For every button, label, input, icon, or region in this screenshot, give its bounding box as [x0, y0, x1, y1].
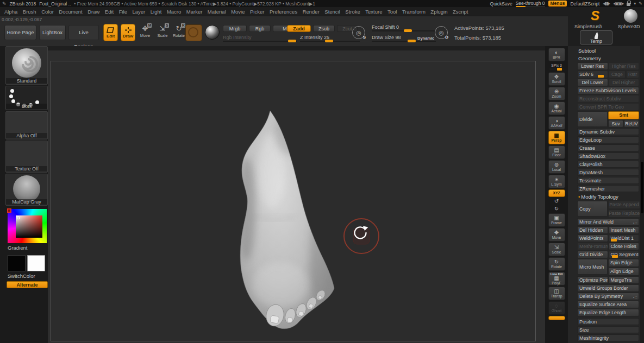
- shelf-btn-local[interactable]: ⊚ Local: [548, 160, 565, 174]
- zadd-button[interactable]: Zadd: [287, 25, 311, 32]
- menu-item-color[interactable]: Color: [41, 9, 54, 15]
- divide-button[interactable]: Divide: [577, 111, 608, 127]
- shelf-btn-scroll[interactable]: ✥ Scroll: [548, 72, 565, 86]
- align-edge-button[interactable]: Align Edge: [608, 268, 639, 276]
- unweld-groups-border-button[interactable]: Unweld Groups Border: [577, 284, 639, 292]
- temp-tool-thumbnail[interactable]: Temp: [580, 30, 612, 45]
- gd-segments-slider[interactable]: GD Segments 3: [609, 251, 640, 258]
- menu-item-edit[interactable]: Edit: [105, 9, 114, 15]
- higher-res-button[interactable]: Higher Res: [609, 62, 640, 70]
- sphere3d-thumbnail[interactable]: [624, 9, 637, 23]
- zsub-button[interactable]: Zsub: [313, 25, 335, 32]
- document-canvas[interactable]: [48, 46, 545, 343]
- panel-scrollbar-thumb[interactable]: [641, 162, 643, 213]
- focal-shift-slider[interactable]: Focal Shift 0: [372, 24, 436, 31]
- viewport[interactable]: [48, 46, 545, 343]
- menu-item-stroke[interactable]: Stroke: [345, 9, 360, 15]
- mergetris-button[interactable]: MergeTris: [609, 276, 640, 284]
- paste-replace-button[interactable]: Paste Replace: [608, 209, 640, 218]
- menu-item-material[interactable]: Material: [208, 9, 226, 15]
- menu-item-movie[interactable]: Movie: [231, 9, 245, 15]
- rgb-button[interactable]: Rgb: [249, 25, 271, 32]
- del-lower-button[interactable]: Del Lower: [577, 79, 608, 86]
- menu-item-zscript[interactable]: Zscript: [453, 9, 468, 15]
- menu-item-layer[interactable]: Layer: [133, 9, 146, 15]
- shelf-btn-xyz[interactable]: XYZ: [548, 189, 565, 197]
- menu-item-render[interactable]: Render: [303, 9, 320, 15]
- dynamic-label[interactable]: Dynamic: [417, 36, 434, 41]
- insert-mesh-button[interactable]: Insert Mesh: [609, 226, 640, 234]
- menu-item-file[interactable]: File: [119, 9, 127, 15]
- geometry-section-header[interactable]: Geometry: [577, 55, 640, 62]
- copy-doc-icon[interactable]: ◂▣▣▸: [613, 1, 623, 6]
- shelf-btn-bpr[interactable]: ◐ BPR: [548, 48, 565, 61]
- del-hidden-button[interactable]: Del Hidden: [577, 226, 608, 234]
- mrgb-button[interactable]: Mrgb: [223, 25, 247, 32]
- shelf-btn-aahalf[interactable]: ◑ AAHalf: [548, 116, 565, 130]
- menu-item-transform[interactable]: Transform: [402, 9, 426, 15]
- grid-divide-button[interactable]: Grid Divide: [577, 251, 608, 258]
- smt-button[interactable]: Smt: [608, 111, 639, 119]
- lightbox-button[interactable]: LightBox: [39, 25, 66, 40]
- menu-item-tool[interactable]: Tool: [387, 9, 397, 15]
- draw-size-dynamic-icon[interactable]: ◎D: [435, 26, 448, 39]
- spix-slider-track[interactable]: [549, 68, 564, 70]
- micro-mesh-button[interactable]: Micro Mesh: [577, 259, 608, 275]
- texture-thumbnail[interactable]: Texture Off: [5, 141, 48, 173]
- menu-item-stencil[interactable]: Stencil: [324, 9, 340, 15]
- alpha-thumbnail[interactable]: Alpha Off: [5, 111, 48, 139]
- shelf-btn-frame[interactable]: ▣ Frame: [548, 213, 565, 227]
- shelf-btn-polyf[interactable]: Line Fill ▦ PolyF: [548, 272, 565, 285]
- material-thumbnail-matcap[interactable]: MatCap Gray: [5, 174, 48, 206]
- menu-item-document[interactable]: Document: [59, 9, 82, 15]
- meshfrombrush-button[interactable]: MeshFromBrush: [577, 243, 608, 250]
- brush-thumbnail-standard[interactable]: Standard: [5, 46, 48, 85]
- alternate-button[interactable]: Alternate: [7, 281, 48, 288]
- sdiv-slider[interactable]: SDiv 6: [577, 71, 608, 78]
- menu-item-preferences[interactable]: Preferences: [270, 9, 297, 15]
- shelf-btn-lsym[interactable]: ∗ L.Sym: [548, 175, 565, 188]
- weldpoints-button[interactable]: WeldPoints: [577, 234, 608, 242]
- shelf-btn-actual[interactable]: ◉ Actual: [548, 101, 565, 115]
- section-header-crease[interactable]: Crease: [577, 144, 639, 151]
- menu-item-alpha[interactable]: Alpha: [4, 9, 17, 15]
- equalize-edge-length-button[interactable]: Equalize Edge Length: [577, 309, 639, 316]
- rstr-button[interactable]: Rstr: [626, 71, 639, 78]
- see-through-slider[interactable]: See-through 0: [516, 1, 545, 7]
- del-higher-button[interactable]: Del Higher: [609, 79, 640, 86]
- default-zscript-button[interactable]: DefaultZScript: [570, 1, 599, 7]
- shelf-btn-spix[interactable]: SPix 3: [548, 62, 565, 71]
- live-boolean-button[interactable]: Live Boolean: [68, 25, 99, 40]
- optimize-points-button[interactable]: Optimize Points: [577, 276, 608, 284]
- close-holes-button[interactable]: Close Holes: [609, 243, 640, 250]
- menu-item-picker[interactable]: Picker: [250, 9, 264, 15]
- paste-append-button[interactable]: Paste Append: [608, 201, 640, 209]
- current-material-thumbnail[interactable]: [205, 25, 220, 40]
- gyro-rotate-button[interactable]: ↻R Rotate: [172, 24, 186, 41]
- menu-item-macro[interactable]: Macro: [167, 9, 181, 15]
- color-picker[interactable]: [8, 209, 47, 243]
- lower-res-button[interactable]: Lower Res: [577, 62, 608, 70]
- freeze-subdivision-button[interactable]: Freeze SubDivision Levels: [577, 87, 639, 94]
- welddist-slider[interactable]: WeldDist 1: [609, 234, 640, 242]
- mirror-and-weld-button[interactable]: Mirror And Weld▪∷: [577, 218, 639, 226]
- menu-item-brush[interactable]: Brush: [23, 9, 36, 15]
- brush-corner-icon[interactable]: ✎: [639, 1, 642, 6]
- spin-edge-button[interactable]: Spin Edge: [608, 259, 639, 267]
- section-header-shadowbox[interactable]: ShadowBox: [577, 153, 639, 160]
- reuv-button[interactable]: ReUV: [624, 120, 639, 128]
- menus-toggle-button[interactable]: Menus: [548, 1, 567, 7]
- menu-item-marker[interactable]: Marker: [186, 9, 203, 15]
- menu-item-texture[interactable]: Texture: [365, 9, 382, 15]
- draw-button[interactable]: Draw: [121, 24, 135, 41]
- shelf-btn-persp[interactable]: ▦ Persp: [548, 131, 565, 144]
- reconstruct-subdiv-button[interactable]: Reconstruct Subdiv: [577, 95, 639, 103]
- modify-topology-header[interactable]: •Modify Topology: [577, 193, 640, 201]
- section-header-dynamesh[interactable]: DynaMesh: [577, 169, 639, 176]
- copy-button[interactable]: Copy: [577, 201, 608, 217]
- secondary-color-swatch[interactable]: [27, 255, 45, 271]
- shelf-btn-rotate[interactable]: ↻ Rotate: [548, 257, 565, 271]
- cage-button[interactable]: Cage: [609, 71, 626, 78]
- home-page-button[interactable]: Home Page: [4, 25, 36, 40]
- section-header-dynamic-subdiv[interactable]: Dynamic Subdiv: [577, 128, 639, 135]
